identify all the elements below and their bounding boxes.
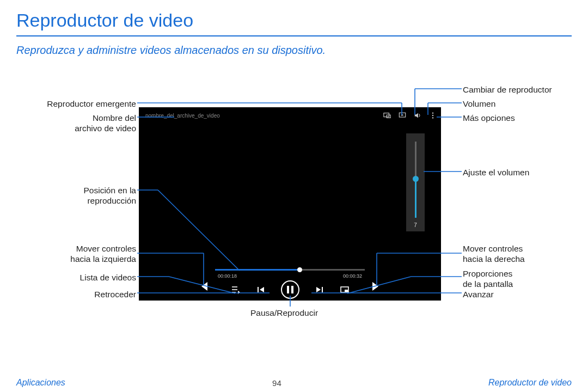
footer-section[interactable]: Aplicaciones (16, 378, 65, 388)
callout-video-list: Lista de videos (80, 272, 136, 283)
volume-value: 7 (414, 222, 417, 228)
video-player: nombre_del_archive_de_video 7 (139, 107, 441, 301)
control-row (139, 280, 441, 299)
pause-icon (287, 286, 293, 293)
time-current: 00:00:18 (218, 273, 237, 279)
callout-volume: Volumen (463, 99, 495, 109)
page-footer: Aplicaciones 94 Reproductor de video (0, 373, 588, 392)
volume-slider[interactable]: 7 (406, 133, 425, 231)
page-subtitle: Reproduzca y administre videos almacenad… (0, 42, 588, 62)
callout-play-pause: Pausa/Reproducir (250, 308, 318, 318)
aspect-ratio-button[interactable] (340, 285, 350, 295)
callout-adjust-volume: Ajuste el volumen (463, 167, 529, 177)
svg-marker-4 (415, 113, 418, 118)
callout-position: Posición en la reproducción (83, 185, 136, 206)
svg-point-7 (432, 117, 433, 118)
title-divider (16, 35, 572, 36)
svg-marker-3 (401, 114, 403, 116)
svg-rect-15 (322, 287, 323, 292)
progress-bar[interactable] (215, 269, 365, 271)
volume-thumb[interactable] (413, 176, 419, 182)
volume-fill (415, 180, 416, 218)
top-icon-row (383, 112, 437, 119)
volume-icon[interactable] (414, 112, 421, 119)
svg-rect-1 (387, 115, 390, 118)
callout-more-options: Más opciones (463, 113, 515, 123)
svg-marker-13 (260, 287, 264, 292)
progress-thumb[interactable] (297, 267, 302, 272)
annotated-diagram: nombre_del_archive_de_video 7 (0, 74, 588, 357)
popup-player-icon[interactable] (383, 112, 391, 119)
svg-point-6 (432, 115, 433, 116)
callout-move-right: Mover controles hacia la derecha (463, 243, 525, 265)
time-total: 00:00:32 (343, 273, 362, 279)
footer-topic[interactable]: Reproductor de video (488, 378, 572, 388)
svg-rect-17 (345, 290, 348, 292)
svg-marker-11 (238, 291, 240, 294)
video-filename: nombre_del_archive_de_video (145, 113, 220, 119)
callout-rewind: Retroceder (94, 289, 136, 299)
volume-track (415, 142, 416, 218)
more-options-icon[interactable] (429, 112, 437, 119)
callout-popup-player: Reproductor emergente (47, 99, 136, 109)
svg-marker-14 (316, 287, 321, 292)
page-title: Reproductor de video (0, 0, 588, 35)
footer-page-number: 94 (272, 378, 281, 388)
switch-player-icon[interactable] (399, 112, 406, 119)
player-controls: 00:00:18 00:00:32 (139, 262, 441, 301)
svg-rect-12 (258, 287, 259, 292)
callout-filename: Nombre del archivo de video (75, 113, 136, 134)
callout-move-left: Mover controles hacia la izquierda (70, 243, 136, 265)
callout-forward: Avanzar (463, 289, 494, 299)
rewind-button[interactable] (256, 285, 266, 295)
callout-aspect-ratio: Proporciones de la pantalla (463, 268, 513, 290)
progress-fill (215, 269, 297, 271)
forward-button[interactable] (315, 285, 324, 295)
video-list-button[interactable] (231, 285, 241, 295)
play-pause-button[interactable] (281, 280, 299, 299)
callout-switch-player: Cambiar de reproductor (463, 84, 552, 95)
svg-point-5 (432, 112, 433, 113)
